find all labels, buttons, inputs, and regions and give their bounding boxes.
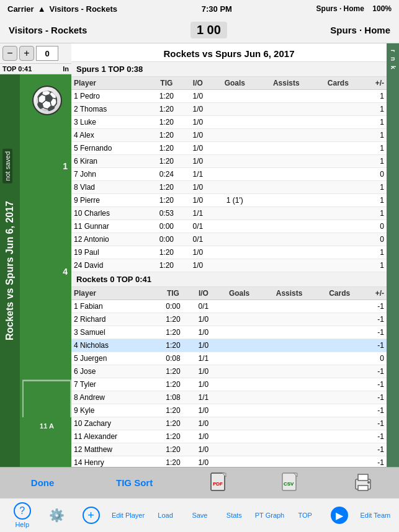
table-row: 4 Nicholas 1:20 1/0 -1 [71, 339, 387, 352]
player-io: 0/1 [184, 220, 212, 233]
player-io: 1/1 [184, 207, 212, 220]
svg-rect-9 [358, 485, 368, 490]
player-cards [315, 116, 362, 129]
table-row: 24 David 1:20 1/0 1 [71, 259, 387, 272]
player-name: 4 Nicholas [71, 339, 156, 352]
player-assists [258, 233, 315, 246]
player-cards [316, 352, 362, 365]
player-goals [212, 220, 258, 233]
player-cards [315, 194, 362, 207]
player-name: 1 Pedro [71, 90, 149, 103]
stats-button[interactable]: Stats [220, 512, 248, 519]
player-assists [262, 443, 317, 456]
table-row: 5 Fernando 1:20 1/0 1 [71, 142, 387, 155]
player-goals [212, 129, 258, 142]
done-button[interactable]: Done [22, 474, 63, 492]
play-button[interactable]: ▶ [326, 507, 353, 524]
player-assists [262, 404, 317, 417]
status-bar: Carrier ▲ Visitors - Rockets 7:30 PM Spu… [0, 0, 399, 17]
save-button[interactable]: Save [186, 512, 213, 519]
table-row: 3 Luke 1:20 1/0 1 [71, 116, 387, 129]
player-cards [315, 142, 362, 155]
table-row: 12 Antonio 0:00 0/1 0 [71, 233, 387, 246]
player-assists [258, 246, 315, 259]
player-cards [315, 259, 362, 272]
player-io: 1/0 [184, 116, 212, 129]
player-cards [315, 168, 362, 181]
player-assists [258, 168, 315, 181]
player-name: 24 David [71, 259, 149, 272]
bottom-field-label: 11 A [22, 422, 71, 430]
player-cards [315, 155, 362, 168]
top-button[interactable]: TOP [292, 512, 319, 519]
player-io: 1/0 [190, 326, 217, 339]
load-label: Load [158, 512, 173, 519]
help-button[interactable]: ? Help [9, 502, 36, 528]
player-io: 1/0 [190, 430, 217, 443]
print-button[interactable] [349, 469, 377, 497]
load-button[interactable]: Load [152, 512, 179, 519]
play-icon: ▶ [331, 507, 348, 524]
table-row: 9 Kyle 1:20 1/0 -1 [71, 404, 387, 417]
tig-sort-button[interactable]: TIG Sort [107, 474, 161, 492]
player-pm: 0 [362, 233, 387, 246]
player-cards [315, 103, 362, 116]
player-goals [212, 168, 258, 181]
gear-icon: ⚙️ [49, 508, 65, 523]
player-io: 1/0 [184, 142, 212, 155]
player-cards [315, 220, 362, 233]
pt-graph-button[interactable]: PT Graph [255, 512, 285, 519]
header-bar: Visitors - Rockets 1 00 Spurs · Home [0, 17, 399, 43]
player-goals [217, 378, 261, 391]
player-assists [262, 456, 317, 468]
player-name: 6 Jose [71, 365, 156, 378]
table-row: 14 Henry 1:20 1/0 -1 [71, 456, 387, 468]
pdf-button[interactable]: PDF [206, 469, 233, 497]
edit-team-label: Edit Team [360, 512, 390, 519]
player-io: 1/0 [190, 378, 217, 391]
player-tig: 0:08 [156, 352, 190, 365]
panel-scroll[interactable]: Spurs 1 TOP 0:38 Player TIG I/O Goals As… [71, 62, 387, 467]
player-name: 9 Pierre [71, 194, 149, 207]
plus-button[interactable]: + [19, 46, 34, 61]
table-row: 8 Vlad 1:20 1/0 1 [71, 181, 387, 194]
player-assists [258, 142, 315, 155]
minus-button[interactable]: − [2, 46, 17, 61]
edit-player-button[interactable]: Edit Player [112, 512, 145, 519]
player-tig: 1:20 [149, 90, 184, 103]
panel-title: Rockets vs Spurs Jun 6, 2017 [71, 43, 387, 62]
player-pm: -1 [362, 456, 387, 468]
player-goals [217, 417, 261, 430]
player-assists [258, 259, 315, 272]
player-name: 19 Paul [71, 246, 149, 259]
player-goals [217, 313, 261, 326]
edit-team-button[interactable]: Edit Team [360, 512, 390, 519]
add-button[interactable]: + [78, 507, 105, 524]
player-pm: 0 [362, 168, 387, 181]
player-io: 1/0 [184, 259, 212, 272]
player-assists [262, 430, 317, 443]
player-pm: 1 [362, 181, 387, 194]
table-row: 2 Thomas 1:20 1/0 1 [71, 103, 387, 116]
player-goals [212, 246, 258, 259]
settings-button[interactable]: ⚙️ [43, 508, 70, 523]
player-io: 1/0 [184, 155, 212, 168]
player-cards [316, 313, 362, 326]
player-tig: 1:20 [149, 246, 184, 259]
edge-letter-n: n [390, 57, 397, 61]
csv-button[interactable]: CSV [277, 469, 305, 497]
score-display: 0 [36, 46, 58, 61]
player-pm: 0 [362, 352, 387, 365]
player-assists [258, 220, 315, 233]
player-assists [262, 378, 317, 391]
player-cards [316, 430, 362, 443]
player-tig: 0:53 [149, 207, 184, 220]
player-pm: -1 [362, 365, 387, 378]
col2-cards: Cards [316, 287, 362, 300]
player-tig: 1:20 [149, 155, 184, 168]
player-pm: 1 [362, 103, 387, 116]
player-tig: 1:20 [156, 404, 190, 417]
player-pm: 1 [362, 207, 387, 220]
player-name: 9 Kyle [71, 404, 156, 417]
player-name: 11 Alexander [71, 430, 156, 443]
